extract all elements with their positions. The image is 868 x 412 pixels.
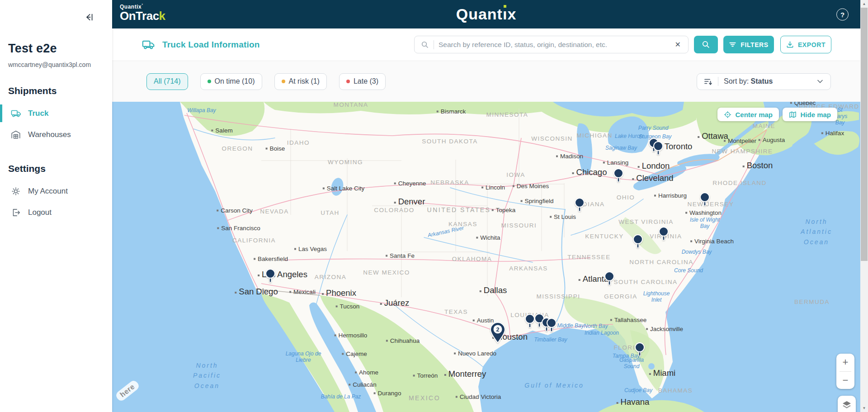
truck-icon bbox=[142, 38, 156, 52]
search-box: ✕ bbox=[414, 36, 689, 53]
chip-label: At risk (1) bbox=[289, 77, 320, 85]
hide-map-icon bbox=[789, 111, 797, 118]
warehouse-icon bbox=[11, 129, 22, 140]
shipment-pin[interactable] bbox=[545, 317, 558, 335]
scrollbar-thumb[interactable] bbox=[861, 8, 868, 261]
sidebar-item-label: My Account bbox=[28, 187, 68, 196]
sidebar-item-label: Warehouses bbox=[28, 130, 71, 139]
user-name: Test e2e bbox=[8, 42, 104, 56]
hide-map-label: Hide map bbox=[800, 111, 831, 118]
filter-row: All (714)On time (10)At risk (1)Late (3)… bbox=[112, 61, 860, 102]
page-title: Truck Load Information bbox=[142, 38, 260, 52]
page-title-text: Truck Load Information bbox=[162, 40, 260, 50]
export-button-label: EXPORT bbox=[798, 41, 826, 48]
sidebar-item-truck[interactable]: Truck bbox=[0, 103, 112, 124]
filter-chip-late[interactable]: Late (3) bbox=[339, 73, 386, 90]
chip-label: Late (3) bbox=[354, 77, 378, 85]
center-map-label: Center map bbox=[735, 111, 773, 118]
shipment-pin[interactable] bbox=[573, 197, 586, 214]
sidebar-item-my-account[interactable]: My Account bbox=[0, 180, 112, 202]
filter-chips: All (714)On time (10)At risk (1)Late (3) bbox=[146, 73, 386, 90]
search-submit-button[interactable] bbox=[694, 36, 718, 53]
sort-icon bbox=[703, 77, 712, 86]
collapse-arrow-icon bbox=[84, 12, 94, 22]
toolbar: Truck Load Information ✕ FILTERS EXPORT bbox=[112, 28, 860, 61]
gear-icon bbox=[11, 186, 22, 197]
export-button[interactable]: EXPORT bbox=[780, 36, 831, 53]
shipment-pin[interactable] bbox=[652, 141, 665, 158]
shipment-cluster-pin[interactable]: 2 bbox=[489, 322, 507, 346]
layers-icon bbox=[842, 400, 852, 410]
sidebar-item-warehouses[interactable]: Warehouses bbox=[0, 124, 112, 145]
user-block: Test e2e wmccartney@quantix3pl.com bbox=[0, 0, 112, 68]
truck-icon bbox=[11, 108, 22, 119]
sort-value: Status bbox=[751, 77, 773, 85]
quantix-wordmark: Quantıx bbox=[112, 5, 860, 23]
sidebar: Test e2e wmccartney@quantix3pl.com Shipm… bbox=[0, 0, 112, 412]
status-dot-icon bbox=[346, 80, 350, 83]
sort-prefix: Sort by: bbox=[724, 77, 751, 85]
chip-label: On time (10) bbox=[215, 77, 255, 85]
clear-search-button[interactable]: ✕ bbox=[674, 39, 682, 50]
shipment-pin[interactable] bbox=[633, 342, 646, 359]
zoom-in-button[interactable]: + bbox=[836, 354, 854, 371]
sidebar-section-heading: Shipments bbox=[0, 85, 112, 96]
sidebar-item-logout[interactable]: Logout bbox=[0, 202, 112, 223]
map-canvas bbox=[112, 102, 860, 412]
filter-chip-all[interactable]: All (714) bbox=[146, 73, 188, 90]
brand-post: x bbox=[507, 5, 516, 23]
sidebar-sections: ShipmentsTruckWarehousesSettingsMy Accou… bbox=[0, 85, 112, 223]
filter-chip-on-time[interactable]: On time (10) bbox=[200, 73, 262, 90]
status-dot-icon bbox=[282, 80, 285, 83]
scrollbar-down-arrow[interactable]: ▼ bbox=[860, 406, 868, 410]
search-input[interactable] bbox=[439, 41, 670, 49]
sidebar-section-heading: Settings bbox=[0, 163, 112, 174]
sidebar-item-label: Logout bbox=[28, 208, 52, 217]
filters-button-label: FILTERS bbox=[741, 41, 769, 48]
shipment-pin[interactable] bbox=[657, 226, 670, 243]
center-map-icon bbox=[724, 111, 731, 118]
zoom-out-button[interactable]: − bbox=[836, 372, 854, 389]
map-zoom-control: + − bbox=[836, 354, 854, 389]
download-icon bbox=[786, 41, 794, 48]
filter-icon bbox=[729, 41, 736, 48]
shipment-pin[interactable] bbox=[603, 271, 616, 288]
chevron-down-icon bbox=[816, 77, 824, 85]
filters-button[interactable]: FILTERS bbox=[723, 36, 774, 53]
cluster-count: 2 bbox=[496, 326, 499, 333]
map-layers-button[interactable] bbox=[838, 396, 856, 412]
shipment-pin[interactable] bbox=[698, 192, 711, 209]
logout-icon bbox=[11, 207, 22, 218]
page-scrollbar[interactable]: ▲ ▼ bbox=[860, 0, 868, 412]
scrollbar-up-arrow[interactable]: ▲ bbox=[860, 2, 868, 6]
app-window: Test e2e wmccartney@quantix3pl.com Shipm… bbox=[0, 0, 868, 412]
user-email: wmccartney@quantix3pl.com bbox=[8, 61, 104, 68]
shipment-pin[interactable] bbox=[632, 234, 644, 251]
shipment-pin[interactable] bbox=[612, 168, 625, 185]
sidebar-item-label: Truck bbox=[28, 109, 48, 118]
shipment-pin[interactable] bbox=[264, 268, 277, 285]
brand-i: ı bbox=[503, 5, 507, 23]
top-header: Quantix° OnTrack Quantıx ? bbox=[112, 0, 860, 28]
hide-map-button[interactable]: Hide map bbox=[783, 108, 837, 121]
main-panel: Quantix° OnTrack Quantıx ? Truck Load In… bbox=[112, 0, 860, 412]
center-map-button[interactable]: Center map bbox=[717, 108, 779, 121]
brand-pre: Quant bbox=[456, 5, 503, 23]
status-dot-icon bbox=[208, 80, 211, 83]
search-icon bbox=[421, 41, 429, 49]
map[interactable]: MONTANAMINNESOTAWISCONSINMICHIGANSOUTH D… bbox=[112, 102, 860, 412]
filter-chip-at-risk[interactable]: At risk (1) bbox=[274, 73, 327, 90]
help-button[interactable]: ? bbox=[836, 8, 849, 20]
search-submit-icon bbox=[702, 40, 710, 49]
collapse-sidebar-button[interactable] bbox=[83, 12, 95, 24]
sort-dropdown[interactable]: Sort by: Status bbox=[697, 73, 831, 90]
chip-label: All (714) bbox=[154, 77, 181, 85]
